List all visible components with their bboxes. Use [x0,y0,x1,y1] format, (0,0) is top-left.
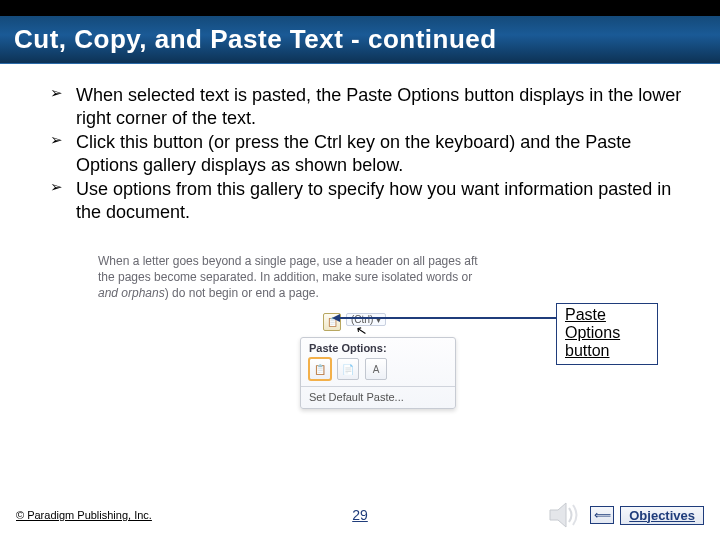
objectives-label: Objectives [629,508,695,523]
bullet-item: Use options from this gallery to specify… [50,178,690,223]
paste-keep-source-icon[interactable]: 📋 [309,358,331,380]
paste-merge-icon[interactable]: 📄 [337,358,359,380]
gallery-title: Paste Options: [301,338,455,355]
doc-line-rest: ) do not begin or end a page. [165,286,319,300]
svg-marker-0 [550,503,566,527]
slide-title: Cut, Copy, and Paste Text - continued [14,24,497,55]
set-default-paste[interactable]: Set Default Paste... [301,387,455,408]
page-number: 29 [352,507,368,523]
doc-line: the pages become separated. In addition,… [98,269,578,285]
arrow-left-icon: ⟸ [594,508,611,522]
slide-body: When selected text is pasted, the Paste … [0,64,720,453]
figure-paste-options: When a letter goes beyond a single page,… [98,253,658,453]
bullet-item: When selected text is pasted, the Paste … [50,84,690,129]
speaker-icon [544,498,584,532]
doc-italic: and orphans [98,286,165,300]
bullet-list: When selected text is pasted, the Paste … [50,84,690,223]
paste-text-only-icon[interactable]: A [365,358,387,380]
doc-line: When a letter goes beyond a single page,… [98,253,578,269]
callout-label: Paste Options button [556,303,658,365]
doc-line: and orphans) do not begin or end a page. [98,285,578,301]
back-button[interactable]: ⟸ [590,506,614,524]
sample-document-text: When a letter goes beyond a single page,… [98,253,578,302]
paste-options-gallery: Paste Options: 📋 📄 A Set Default Paste..… [300,337,456,409]
gallery-icons-row: 📋 📄 A [301,355,455,386]
footer-controls: ⟸ Objectives [544,498,704,532]
slide-title-bar: Cut, Copy, and Paste Text - continued [0,16,720,64]
objectives-button[interactable]: Objectives [620,506,704,525]
callout-arrow [340,317,560,319]
copyright-text: © Paradigm Publishing, Inc. [16,509,152,521]
paste-ctrl-hint[interactable]: (Ctrl) ▾ [346,313,386,326]
window-top-bar [0,0,720,16]
bullet-item: Click this button (or press the Ctrl key… [50,131,690,176]
slide-footer: © Paradigm Publishing, Inc. 29 ⟸ Objecti… [0,498,720,532]
